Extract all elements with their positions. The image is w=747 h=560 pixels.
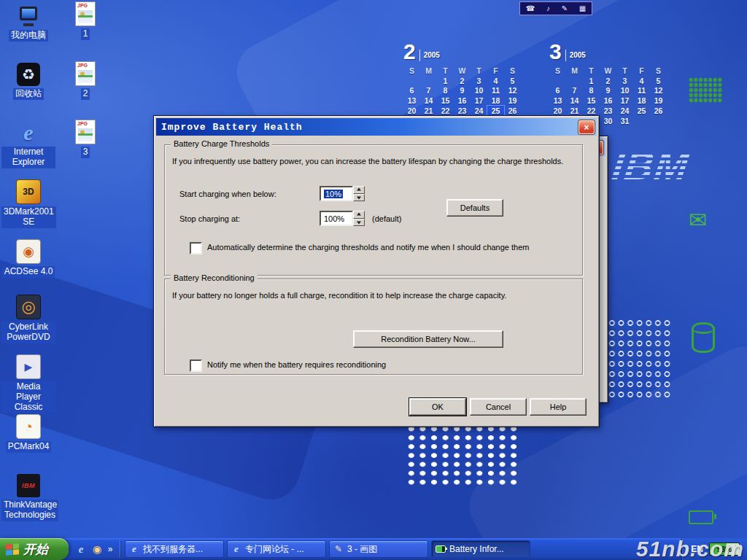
desktop-icon-mark3d[interactable]: 3DMark2001 SE xyxy=(1,179,55,228)
stop-charging-field[interactable]: 100% xyxy=(320,211,353,226)
desktop-icon-jpg-2[interactable]: JPG2 xyxy=(60,61,111,100)
desktop-icon-label: ACDSee 4.0 xyxy=(2,266,55,278)
note-icon[interactable]: ♪ xyxy=(546,5,550,12)
calendar-day: 3 xyxy=(616,76,633,86)
auto-determine-checkbox[interactable] xyxy=(190,242,202,254)
jpg-badge: JPG xyxy=(77,63,88,68)
calendar-day-header: S xyxy=(549,66,566,76)
desktop-icon-label: 回收站 xyxy=(13,88,44,100)
paint-icon xyxy=(333,544,344,554)
calendar-day: 9 xyxy=(454,86,471,96)
dialog-title: Improve Battery Health xyxy=(161,122,303,133)
quicklaunch-chevron-icon[interactable]: » xyxy=(107,542,114,556)
spinner-down-button[interactable] xyxy=(353,219,365,227)
calendar-day xyxy=(403,76,420,86)
calendar-day-header: T xyxy=(437,66,454,76)
jpg-file-icon: JPG xyxy=(75,61,96,86)
calendar-day: 26 xyxy=(650,106,667,116)
defaults-button[interactable]: Defaults xyxy=(446,199,503,217)
calendar-day-header: W xyxy=(454,66,471,76)
quicklaunch-ie-icon[interactable]: e xyxy=(74,542,88,556)
calendar-day: 16 xyxy=(600,96,616,106)
taskbar-task[interactable]: 3 - 画图 xyxy=(329,540,428,558)
start-button[interactable]: 开始 xyxy=(0,538,69,560)
calendar-month-number: 2 xyxy=(403,42,416,61)
desktop-icon-powerdvd[interactable]: CyberLink PowerDVD xyxy=(1,295,55,343)
calendar-day: 18 xyxy=(487,96,504,106)
cylinder-icon xyxy=(692,322,715,353)
mpc-icon xyxy=(16,354,41,379)
task-label: 专门网论坛 - ... xyxy=(245,543,304,556)
dialog-body: Battery Charge Thresholds If you infrequ… xyxy=(156,136,597,424)
calendar-day-header: T xyxy=(583,66,600,76)
start-charging-field[interactable]: 10% xyxy=(320,186,353,201)
phone-icon[interactable]: ☎ xyxy=(526,5,535,12)
watermark: 51nb.com xyxy=(636,537,744,560)
acdsee-icon xyxy=(16,239,41,264)
calendar-feb: 22005SMTWTFS1234567891011121314151617181… xyxy=(403,38,521,126)
spinner-up-button[interactable] xyxy=(353,186,365,194)
desktop-icon-label: 2 xyxy=(81,88,90,100)
desktop-icon-my-computer[interactable]: 我的电脑 xyxy=(1,4,55,42)
image-scribble xyxy=(78,10,93,23)
calendar-day: 8 xyxy=(437,86,454,96)
desktop-icon-label: Internet Explorer xyxy=(1,147,55,168)
calendar-day: 1 xyxy=(583,76,600,86)
calendar-day xyxy=(633,116,650,126)
start-charging-spinner[interactable]: 10% xyxy=(320,186,365,201)
calendar-day: 25 xyxy=(633,106,650,116)
pen-icon[interactable]: ✎ xyxy=(562,5,568,12)
desktop-icon-acdsee[interactable]: ACDSee 4.0 xyxy=(1,239,55,278)
calendar-day: 17 xyxy=(616,96,633,106)
desktop-icon-pcmark[interactable]: PCMark04 xyxy=(1,414,55,453)
calendar-day: 19 xyxy=(650,96,667,106)
calendar-day: 22 xyxy=(437,106,454,116)
stop-charging-label: Stop charging at: xyxy=(179,214,240,223)
taskbar-task[interactable]: 找不到服务器... xyxy=(125,540,224,558)
my-computer-icon xyxy=(17,4,40,28)
desktop-icon-label: PCMark04 xyxy=(6,441,52,453)
calendar-day: 14 xyxy=(420,96,437,106)
task-label: 找不到服务器... xyxy=(143,543,203,556)
desktop-icon-tvt[interactable]: ThinkVantage Technologies xyxy=(1,474,55,521)
calendar-day: 30 xyxy=(600,116,616,126)
desktop-icon-jpg-1[interactable]: JPG1 xyxy=(60,1,111,40)
quicklaunch-media-player-icon[interactable]: ◉ xyxy=(90,542,104,556)
desktop-icon-jpg-3[interactable]: JPG3 xyxy=(60,120,111,158)
ime-toolbar[interactable]: ☎♪✎▦ xyxy=(519,1,592,15)
group-legend: Battery Reconditioning xyxy=(171,273,258,282)
keyboard-icon[interactable]: ▦ xyxy=(579,5,586,12)
spinner-up-button[interactable] xyxy=(353,211,365,219)
desktop-icon-internet-explorer[interactable]: Internet Explorer xyxy=(1,121,55,168)
stop-charging-spinner[interactable]: 100% xyxy=(320,211,365,226)
calendar-day-header: M xyxy=(420,66,437,76)
start-label: 开始 xyxy=(23,541,48,558)
cancel-button[interactable]: Cancel xyxy=(470,398,527,416)
recondition-battery-button[interactable]: Recondition Battery Now... xyxy=(353,330,503,348)
task-label: 3 - 画图 xyxy=(347,543,377,556)
desktop-icon-mpc[interactable]: Media Player Classic xyxy=(1,354,55,413)
close-icon[interactable] xyxy=(578,120,595,134)
calendar-day: 26 xyxy=(504,106,521,116)
ok-button[interactable]: OK xyxy=(409,398,466,416)
help-button[interactable]: Help xyxy=(530,398,587,416)
calendar-day: 5 xyxy=(650,76,667,86)
calendar-day: 3 xyxy=(471,76,487,86)
desktop-icon-recycle-bin[interactable]: 回收站 xyxy=(1,63,55,100)
calendar-day-header: T xyxy=(616,66,633,76)
spinner-down-button[interactable] xyxy=(353,194,365,202)
taskbar-task[interactable]: 专门网论坛 - ... xyxy=(227,540,326,558)
task-label: Battery Infor... xyxy=(449,544,504,554)
mark3d-icon xyxy=(16,179,41,204)
calendar-day: 2 xyxy=(454,76,471,86)
jpg-badge: JPG xyxy=(77,3,88,8)
taskbar: 开始 e◉» 找不到服务器...专门网论坛 - ...3 - 画图Battery… xyxy=(0,538,747,560)
dialog-titlebar[interactable]: Improve Battery Health xyxy=(156,118,597,136)
notify-recondition-checkbox[interactable] xyxy=(190,359,202,372)
ring-dot-grid xyxy=(598,318,673,400)
taskbar-task[interactable]: Battery Infor... xyxy=(431,540,530,558)
desktop-icon-label: ThinkVantage Technologies xyxy=(1,499,58,521)
windows-flag-icon xyxy=(6,543,19,555)
desktop-icon-label: 3 xyxy=(81,147,90,158)
jpg-badge: JPG xyxy=(77,121,88,126)
